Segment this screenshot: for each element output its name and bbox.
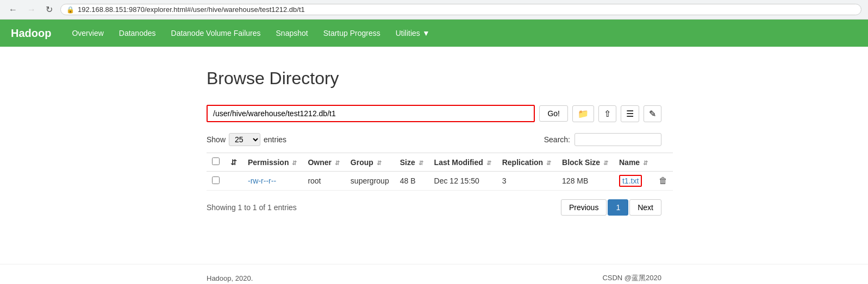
- list-icon: ☰: [626, 109, 634, 119]
- show-select[interactable]: 10 25 50 100: [229, 133, 260, 146]
- next-button[interactable]: Next: [629, 199, 661, 216]
- sort-permission-icon: ⇵: [292, 160, 297, 166]
- col-group[interactable]: Group ⇵: [345, 153, 395, 172]
- upload-icon: ⇧: [604, 109, 611, 119]
- row-owner: root: [302, 172, 345, 191]
- col-block-size[interactable]: Block Size ⇵: [557, 153, 614, 172]
- search-label: Search:: [544, 135, 570, 144]
- delete-button[interactable]: 🗑: [659, 176, 667, 186]
- page-title: Browse Directory: [207, 68, 661, 89]
- reload-button[interactable]: ↻: [43, 3, 55, 16]
- sort-lastmod-icon: ⇵: [486, 160, 491, 166]
- navbar-brand[interactable]: Hadoop: [11, 27, 51, 40]
- sort-name-icon: ⇵: [643, 160, 648, 166]
- sort-group-icon: ⇵: [377, 160, 382, 166]
- search-input[interactable]: [574, 133, 661, 146]
- navbar: Hadoop Overview Datanodes Datanode Volum…: [0, 20, 868, 47]
- folder-icon: 📁: [578, 109, 589, 119]
- address-url: 192.168.88.151:9870/explorer.html#/user/…: [78, 5, 305, 14]
- nav-datanodes[interactable]: Datanodes: [111, 21, 164, 45]
- directory-table: ⇵ Permission ⇵ Owner ⇵ Group ⇵ Size ⇵: [207, 153, 673, 191]
- col-sort-all[interactable]: ⇵: [225, 153, 242, 172]
- sort-size-icon: ⇵: [419, 160, 423, 166]
- pagination: Previous 1 Next: [561, 199, 661, 216]
- row-replication: 3: [497, 172, 557, 191]
- upload-icon-btn[interactable]: ⇧: [598, 105, 616, 122]
- main-content: Browse Directory Go! 📁 ⇧ ☰ ✎ Show 10 25 …: [0, 47, 868, 264]
- permission-link[interactable]: -rw-r--r--: [248, 176, 276, 185]
- col-size[interactable]: Size ⇵: [395, 153, 429, 172]
- table-row: -rw-r--r-- root supergroup 48 B Dec 12 1…: [207, 172, 673, 191]
- security-icon: 🔒: [66, 6, 74, 14]
- back-button[interactable]: ←: [7, 4, 20, 16]
- search-row: Search:: [544, 133, 661, 146]
- row-group: supergroup: [345, 172, 395, 191]
- row-size: 48 B: [395, 172, 429, 191]
- path-input[interactable]: [207, 105, 535, 122]
- browser-chrome: ← → ↻ 🔒 192.168.88.151:9870/explorer.htm…: [0, 0, 868, 20]
- row-sort-cell: [225, 172, 242, 191]
- col-last-modified[interactable]: Last Modified ⇵: [429, 153, 497, 172]
- col-owner[interactable]: Owner ⇵: [302, 153, 345, 172]
- nav-utilities[interactable]: Utilities ▼: [388, 21, 438, 45]
- row-permission: -rw-r--r--: [242, 172, 302, 191]
- footer-copyright: Hadoop, 2020.: [207, 274, 253, 282]
- sort-all-icon: ⇵: [230, 158, 237, 167]
- previous-button[interactable]: Previous: [561, 199, 607, 216]
- folder-icon-btn[interactable]: 📁: [572, 105, 594, 122]
- col-name[interactable]: Name ⇵: [614, 153, 653, 172]
- show-label: Show: [207, 135, 226, 144]
- row-name: t1.txt: [614, 172, 653, 191]
- nav-startup-progress[interactable]: Startup Progress: [316, 21, 388, 45]
- sort-blocksize-icon: ⇵: [603, 160, 608, 166]
- row-actions: 🗑: [653, 172, 673, 191]
- address-bar: 🔒 192.168.88.151:9870/explorer.html#/use…: [60, 4, 861, 15]
- file-name-link[interactable]: t1.txt: [619, 175, 642, 187]
- table-header-row: ⇵ Permission ⇵ Owner ⇵ Group ⇵ Size ⇵: [207, 153, 673, 172]
- edit-icon-btn[interactable]: ✎: [644, 105, 661, 122]
- page-1-button[interactable]: 1: [608, 199, 628, 216]
- table-footer: Showing 1 to 1 of 1 entries Previous 1 N…: [207, 199, 661, 216]
- show-left: Show 10 25 50 100 entries: [207, 133, 286, 146]
- nav-snapshot[interactable]: Snapshot: [268, 21, 316, 45]
- nav-datanode-volume-failures[interactable]: Datanode Volume Failures: [164, 21, 268, 45]
- row-checkbox[interactable]: [212, 176, 220, 184]
- col-actions: [653, 153, 673, 172]
- path-row: Go! 📁 ⇧ ☰ ✎: [207, 105, 661, 122]
- forward-button[interactable]: →: [25, 4, 38, 16]
- row-checkbox-cell: [207, 172, 225, 191]
- page-footer: Hadoop, 2020. CSDN @蓝黑2020: [0, 264, 868, 284]
- showing-text: Showing 1 to 1 of 1 entries: [207, 203, 297, 212]
- sort-replication-icon: ⇵: [546, 160, 551, 166]
- select-all-checkbox[interactable]: [212, 157, 220, 165]
- edit-icon: ✎: [649, 109, 656, 119]
- col-replication[interactable]: Replication ⇵: [497, 153, 557, 172]
- row-block-size: 128 MB: [557, 172, 614, 191]
- nav-overview[interactable]: Overview: [64, 21, 111, 45]
- row-last-modified: Dec 12 15:50: [429, 172, 497, 191]
- nav-utilities-caret: ▼: [422, 29, 430, 37]
- col-checkbox: [207, 153, 225, 172]
- nav-utilities-label: Utilities: [396, 29, 420, 37]
- list-icon-btn[interactable]: ☰: [621, 105, 639, 122]
- go-button[interactable]: Go!: [539, 105, 568, 122]
- col-permission[interactable]: Permission ⇵: [242, 153, 302, 172]
- footer-watermark: CSDN @蓝黑2020: [602, 273, 661, 283]
- show-row: Show 10 25 50 100 entries Search:: [207, 133, 661, 146]
- sort-owner-icon: ⇵: [335, 160, 340, 166]
- entries-label: entries: [264, 135, 286, 144]
